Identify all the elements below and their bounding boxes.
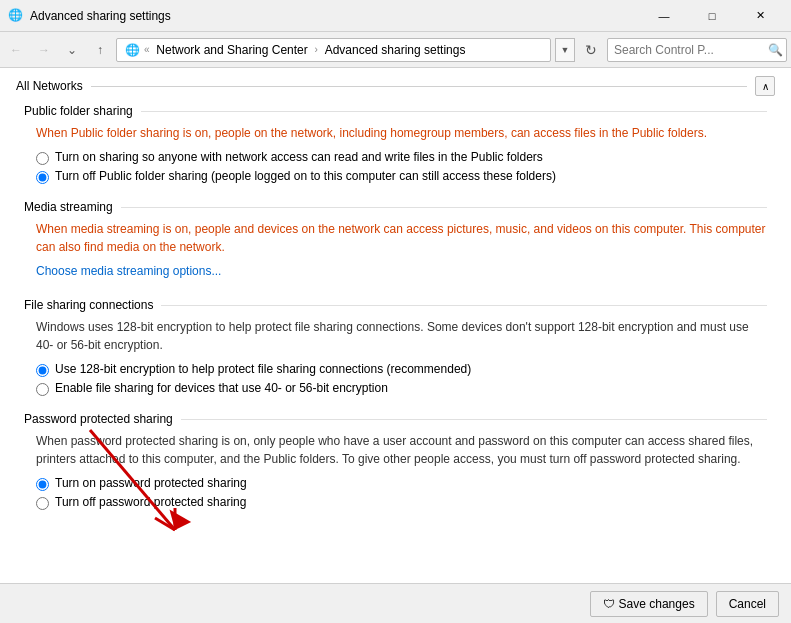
address-bar: ← → ⌄ ↑ 🌐 « Network and Sharing Center ›… [0, 32, 791, 68]
minimize-button[interactable]: — [641, 1, 687, 31]
use-40bit-radio[interactable] [36, 383, 49, 396]
turn-on-password-radio[interactable] [36, 478, 49, 491]
turn-off-password-option[interactable]: Turn off password protected sharing [36, 495, 767, 510]
address-dropdown-button[interactable]: ▼ [555, 38, 575, 62]
use-128bit-radio[interactable] [36, 364, 49, 377]
breadcrumb-separator1: « [144, 44, 152, 55]
public-folder-description: When Public folder sharing is on, people… [36, 124, 767, 142]
file-sharing-section: File sharing connections Windows uses 12… [0, 294, 791, 408]
password-sharing-header: Password protected sharing [24, 412, 767, 426]
public-folder-title: Public folder sharing [24, 104, 133, 118]
media-streaming-link[interactable]: Choose media streaming options... [36, 264, 767, 278]
turn-on-password-option[interactable]: Turn on password protected sharing [36, 476, 767, 491]
media-streaming-divider [121, 207, 767, 208]
turn-off-sharing-option[interactable]: Turn off Public folder sharing (people l… [36, 169, 767, 184]
all-networks-title: All Networks [16, 79, 83, 93]
media-streaming-header: Media streaming [24, 200, 767, 214]
media-streaming-title: Media streaming [24, 200, 113, 214]
turn-on-sharing-option[interactable]: Turn on sharing so anyone with network a… [36, 150, 767, 165]
breadcrumb-icon: 🌐 [125, 43, 140, 57]
save-icon: 🛡 [603, 597, 615, 611]
use-40bit-option[interactable]: Enable file sharing for devices that use… [36, 381, 767, 396]
password-sharing-title: Password protected sharing [24, 412, 173, 426]
turn-on-password-label: Turn on password protected sharing [55, 476, 247, 490]
use-128bit-option[interactable]: Use 128-bit encryption to help protect f… [36, 362, 767, 377]
public-folder-divider [141, 111, 767, 112]
up-button[interactable]: ↑ [88, 38, 112, 62]
search-icon: 🔍 [768, 43, 783, 57]
file-sharing-divider [161, 305, 767, 306]
search-input[interactable] [614, 43, 764, 57]
all-networks-collapse-button[interactable]: ∧ [755, 76, 775, 96]
use-128bit-label: Use 128-bit encryption to help protect f… [55, 362, 471, 376]
public-folder-header: Public folder sharing [24, 104, 767, 118]
breadcrumb-current: Advanced sharing settings [325, 43, 466, 57]
window-controls: — □ ✕ [641, 1, 783, 31]
turn-off-sharing-label: Turn off Public folder sharing (people l… [55, 169, 556, 183]
collapse-icon: ∧ [762, 81, 769, 92]
forward-button[interactable]: → [32, 38, 56, 62]
cancel-button[interactable]: Cancel [716, 591, 779, 617]
bottom-bar: 🛡 Save changes Cancel [0, 583, 791, 623]
window-title: Advanced sharing settings [30, 9, 641, 23]
turn-off-password-radio[interactable] [36, 497, 49, 510]
back-button[interactable]: ← [4, 38, 28, 62]
media-streaming-section: Media streaming When media streaming is … [0, 196, 791, 294]
address-path[interactable]: 🌐 « Network and Sharing Center › Advance… [116, 38, 551, 62]
refresh-button[interactable]: ↻ [579, 38, 603, 62]
all-networks-divider [91, 86, 747, 87]
all-networks-header: All Networks ∧ [0, 68, 791, 100]
file-sharing-title: File sharing connections [24, 298, 153, 312]
public-folder-section: Public folder sharing When Public folder… [0, 100, 791, 196]
use-40bit-label: Enable file sharing for devices that use… [55, 381, 388, 395]
turn-on-sharing-radio[interactable] [36, 152, 49, 165]
password-sharing-divider [181, 419, 767, 420]
save-button[interactable]: 🛡 Save changes [590, 591, 708, 617]
breadcrumb-network[interactable]: Network and Sharing Center [156, 43, 307, 57]
turn-on-sharing-label: Turn on sharing so anyone with network a… [55, 150, 543, 164]
turn-off-password-label: Turn off password protected sharing [55, 495, 246, 509]
file-sharing-description: Windows uses 128-bit encryption to help … [36, 318, 767, 354]
password-sharing-section: Password protected sharing When password… [0, 408, 791, 522]
save-label: Save changes [619, 597, 695, 611]
media-streaming-description: When media streaming is on, people and d… [36, 220, 767, 256]
password-sharing-description: When password protected sharing is on, o… [36, 432, 767, 468]
cancel-label: Cancel [729, 597, 766, 611]
app-icon: 🌐 [8, 8, 24, 24]
main-content: All Networks ∧ Public folder sharing Whe… [0, 68, 791, 583]
maximize-button[interactable]: □ [689, 1, 735, 31]
breadcrumb-separator2: › [312, 44, 321, 55]
dropdown-nav-button[interactable]: ⌄ [60, 38, 84, 62]
turn-off-sharing-radio[interactable] [36, 171, 49, 184]
search-box[interactable]: 🔍 [607, 38, 787, 62]
close-button[interactable]: ✕ [737, 1, 783, 31]
file-sharing-header: File sharing connections [24, 298, 767, 312]
title-bar: 🌐 Advanced sharing settings — □ ✕ [0, 0, 791, 32]
